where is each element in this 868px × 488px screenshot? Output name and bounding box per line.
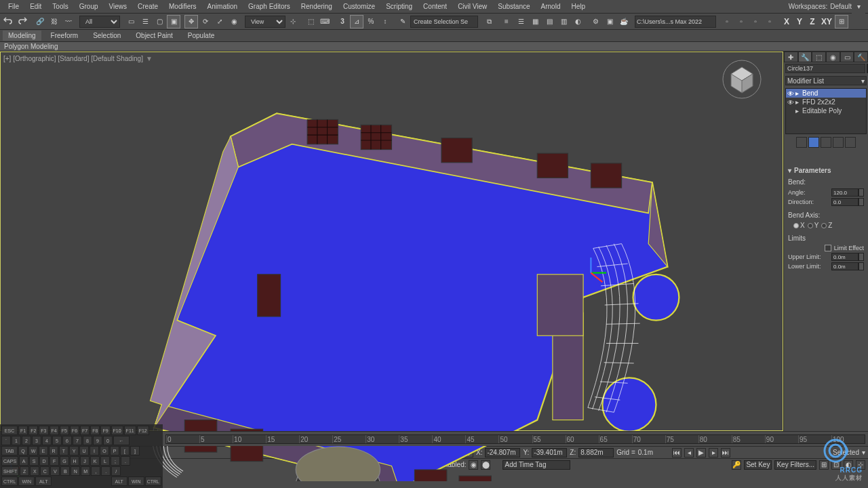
bind-button[interactable]: 〰 (62, 15, 75, 28)
material-editor-button[interactable]: ◐ (571, 15, 585, 28)
project-path[interactable] (635, 16, 716, 28)
motion-tab[interactable]: ◉ (826, 52, 840, 62)
axis-z-radio[interactable]: Z (821, 222, 832, 229)
menu-content[interactable]: Content (418, 1, 452, 12)
menu-scripting[interactable]: Scripting (380, 1, 418, 12)
axis-z-button[interactable]: Z (806, 15, 818, 28)
viewport-button-4[interactable]: ▫ (763, 15, 776, 28)
viewcube[interactable] (722, 59, 762, 100)
display-tab[interactable]: ▭ (840, 52, 854, 62)
ribbon-selection[interactable]: Selection (87, 30, 126, 41)
menu-graph-editors[interactable]: Graph Editors (243, 1, 296, 12)
menu-customize[interactable]: Customize (338, 1, 380, 12)
select-move-button[interactable]: ✥ (184, 15, 198, 28)
snap-2d-button[interactable]: 3 (336, 15, 349, 28)
pin-stack-button[interactable] (796, 137, 807, 148)
use-pivot-button[interactable]: ⊹ (286, 15, 300, 28)
viewport-button-3[interactable]: ▫ (749, 15, 762, 28)
menu-arnold[interactable]: Arnold (536, 1, 566, 12)
modifier-editable-poly[interactable]: ▸ Editable Poly (786, 106, 866, 115)
menu-civil-view[interactable]: Civil View (452, 1, 492, 12)
viewport-button-1[interactable]: ▫ (720, 15, 734, 28)
modify-tab[interactable]: 🔧 (798, 52, 812, 62)
modifier-list-dropdown[interactable]: Modifier List▾ (785, 76, 867, 85)
angle-snap-button[interactable]: ⊿ (350, 15, 363, 28)
lower-limit-field[interactable] (831, 262, 859, 270)
viewport[interactable]: [+] [Orthographic] [Standard] [Default S… (0, 52, 783, 431)
eye-icon[interactable] (787, 108, 794, 115)
workspace-dropdown-icon[interactable]: ▾ (852, 0, 865, 14)
angle-field[interactable] (831, 188, 859, 197)
menu-substance[interactable]: Substance (492, 1, 535, 12)
hierarchy-tab[interactable]: ⬚ (812, 52, 826, 62)
remove-modifier-button[interactable] (833, 137, 844, 148)
workspaces-value[interactable]: Default (830, 3, 852, 10)
viewport-filter-icon[interactable]: ▼ (146, 55, 153, 62)
rect-region-button[interactable]: ▢ (153, 15, 166, 28)
lower-limit-spinner[interactable] (859, 262, 864, 270)
limit-effect-checkbox[interactable] (825, 245, 831, 251)
percent-snap-button[interactable]: % (364, 15, 378, 28)
axis-constraint-button[interactable]: ⊞ (835, 15, 848, 28)
ribbon-modeling[interactable]: Modeling (3, 30, 41, 41)
toggle-ribbon-button[interactable]: ▦ (528, 15, 542, 28)
undo-button[interactable] (1, 15, 15, 28)
axis-xy-button[interactable]: XY (819, 15, 834, 28)
upper-limit-spinner[interactable] (859, 253, 864, 261)
select-manipulate-button[interactable]: ⬚ (304, 15, 317, 28)
named-selection-set[interactable] (410, 16, 478, 28)
selection-filter[interactable]: All (79, 16, 120, 28)
viewport-label[interactable]: [+] [Orthographic] [Standard] [Default S… (3, 55, 143, 62)
angle-spinner[interactable] (859, 188, 864, 197)
modifier-bend[interactable]: 👁▸ Bend (786, 89, 866, 98)
render-setup-button[interactable]: ⚙ (589, 15, 602, 28)
eye-icon[interactable]: 👁 (787, 90, 794, 97)
ribbon-object-paint[interactable]: Object Paint (130, 30, 178, 41)
viewport-button-2[interactable]: ▫ (734, 15, 748, 28)
utilities-tab[interactable]: 🔨 (854, 52, 868, 62)
link-button[interactable]: 🔗 (33, 15, 47, 28)
direction-spinner[interactable] (859, 198, 864, 206)
align-button[interactable]: ≡ (500, 15, 513, 28)
timeline-track[interactable]: 0510152025303540455055606570758085909510… (165, 434, 865, 444)
select-object-button[interactable]: ▭ (124, 15, 138, 28)
window-crossing-button[interactable]: ▣ (167, 15, 180, 28)
redo-button[interactable] (16, 15, 29, 28)
menu-create[interactable]: Create (132, 1, 163, 12)
reference-coord[interactable]: View (245, 16, 285, 28)
menu-group[interactable]: Group (74, 1, 104, 12)
mirror-button[interactable]: ⧉ (482, 15, 496, 28)
object-name-field[interactable] (785, 64, 865, 73)
render-button[interactable]: ☕ (617, 15, 631, 28)
make-unique-button[interactable] (821, 137, 831, 148)
menu-help[interactable]: Help (566, 1, 591, 12)
edit-named-sel-button[interactable]: ✎ (396, 15, 410, 28)
unlink-button[interactable]: ⛓ (47, 15, 61, 28)
rendered-frame-button[interactable]: ▣ (603, 15, 616, 28)
show-end-result-button[interactable] (808, 137, 819, 148)
keyboard-shortcut-button[interactable]: ⌨ (318, 15, 332, 28)
menu-animation[interactable]: Animation (202, 1, 243, 12)
axis-x-radio[interactable]: X (793, 222, 805, 229)
spinner-snap-button[interactable]: ↕ (378, 15, 392, 28)
modifier-stack[interactable]: 👁▸ Bend 👁▸ FFD 2x2x2 ▸ Editable Poly (785, 88, 867, 134)
ribbon-populate[interactable]: Populate (182, 30, 220, 41)
select-rotate-button[interactable]: ⟳ (199, 15, 212, 28)
upper-limit-field[interactable] (831, 253, 859, 261)
direction-field[interactable] (831, 198, 859, 206)
parameters-rollout[interactable]: ▾Parameters (785, 165, 867, 176)
polygon-modeling-label[interactable]: Polygon Modeling (4, 43, 58, 50)
menu-edit[interactable]: Edit (24, 1, 47, 12)
menu-rendering[interactable]: Rendering (296, 1, 338, 12)
toggle-layer-button[interactable]: ☰ (514, 15, 528, 28)
menu-modifiers[interactable]: Modifiers (163, 1, 202, 12)
menu-views[interactable]: Views (104, 1, 133, 12)
configure-sets-button[interactable] (845, 137, 856, 148)
select-place-button[interactable]: ◉ (227, 15, 241, 28)
ribbon-freeform[interactable]: Freeform (45, 30, 84, 41)
axis-x-button[interactable]: X (781, 15, 793, 28)
eye-icon[interactable]: 👁 (787, 99, 794, 106)
select-scale-button[interactable]: ⤢ (213, 15, 226, 28)
menu-tools[interactable]: Tools (47, 1, 73, 12)
schematic-view-button[interactable]: ▥ (557, 15, 570, 28)
